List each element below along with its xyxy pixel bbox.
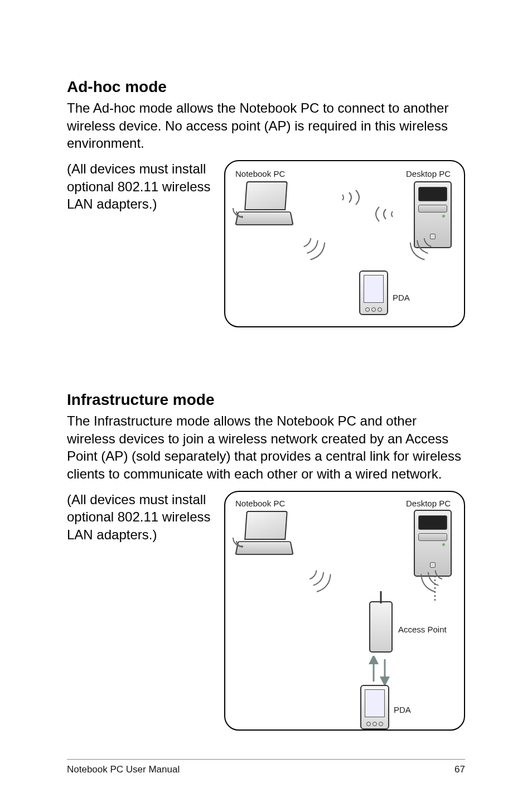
- infra-diagram: Notebook PC Desktop PC Access Point PDA: [224, 491, 465, 731]
- pda-icon: [359, 270, 388, 315]
- footer-left: Notebook PC User Manual: [67, 764, 180, 775]
- infra-body: The Infrastructure mode allows the Noteb…: [67, 412, 465, 483]
- infra-row: (All devices must install optional 802.1…: [67, 491, 465, 731]
- infra-side-text: (All devices must install optional 802.1…: [67, 491, 216, 544]
- wireless-waves-icon: [393, 234, 437, 275]
- desktop-label: Desktop PC: [406, 169, 451, 178]
- two-way-arrow-icon: [366, 656, 394, 687]
- adhoc-diagram: Notebook PC Desktop PC PDA: [224, 160, 465, 327]
- laptop-icon: [233, 181, 294, 231]
- notebook-label: Notebook PC: [235, 499, 285, 508]
- adhoc-side-text: (All devices must install optional 802.1…: [67, 160, 216, 213]
- pda-label: PDA: [394, 705, 411, 714]
- wireless-waves-icon: [337, 189, 398, 225]
- adhoc-heading: Ad-hoc mode: [67, 78, 465, 96]
- desktop-label: Desktop PC: [406, 499, 451, 508]
- adhoc-row: (All devices must install optional 802.1…: [67, 160, 465, 327]
- ap-label: Access Point: [398, 625, 447, 634]
- wireless-waves-icon: [398, 564, 448, 611]
- access-point-icon: [369, 601, 393, 653]
- notebook-label: Notebook PC: [235, 169, 285, 178]
- wireless-waves-icon: [303, 564, 354, 611]
- svg-point-0: [241, 216, 243, 218]
- svg-point-1: [241, 545, 243, 548]
- laptop-icon: [233, 511, 294, 561]
- page-footer: Notebook PC User Manual 67: [67, 759, 465, 775]
- infra-heading: Infrastructure mode: [67, 391, 465, 409]
- page-number: 67: [454, 764, 465, 775]
- adhoc-body: The Ad-hoc mode allows the Notebook PC t…: [67, 99, 465, 152]
- pda-label: PDA: [393, 293, 410, 302]
- pda-icon: [360, 685, 389, 729]
- wireless-waves-icon: [298, 234, 342, 275]
